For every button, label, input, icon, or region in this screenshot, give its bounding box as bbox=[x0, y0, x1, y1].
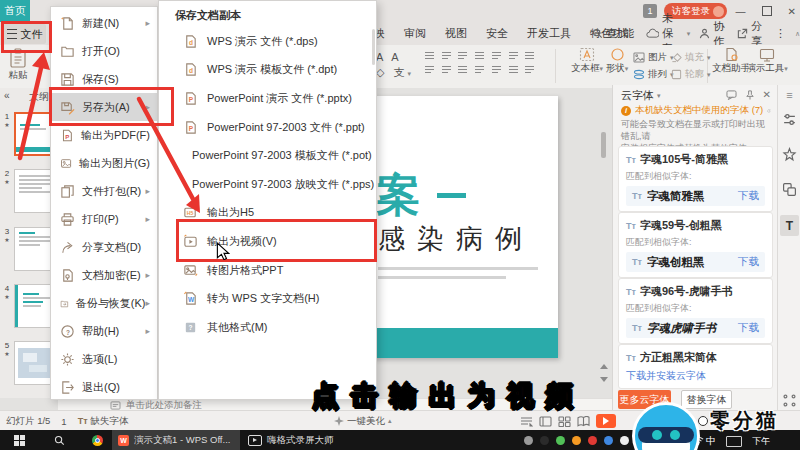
restore-button[interactable] bbox=[762, 6, 772, 16]
taskbar-recorder-task[interactable]: 嗨格式录屏大师 bbox=[248, 430, 334, 450]
tab-outline[interactable]: 大纲 bbox=[29, 90, 49, 104]
slide-thumbnail-5[interactable] bbox=[14, 341, 55, 385]
textbox-button[interactable]: 文本框▾ bbox=[570, 47, 604, 75]
notes-view-icon[interactable] bbox=[520, 416, 533, 427]
list-format-icon[interactable] bbox=[491, 64, 503, 75]
normal-view-icon[interactable] bbox=[539, 416, 552, 427]
list-format-icon[interactable] bbox=[524, 50, 536, 61]
selection-pane-icon[interactable] bbox=[782, 182, 797, 197]
list-format-icon[interactable] bbox=[441, 64, 453, 75]
download-install-link[interactable]: 下载并安装云字体 bbox=[626, 369, 765, 383]
refresh-icon[interactable] bbox=[767, 106, 771, 116]
outline-button[interactable]: 轮廓▾ bbox=[671, 68, 711, 81]
file-menu-item-file-package[interactable]: 文件打包(R)▸ bbox=[51, 177, 157, 205]
paste-button[interactable]: 粘贴 bbox=[4, 47, 32, 82]
tray-app-icon-7[interactable] bbox=[620, 436, 629, 445]
file-menu-item-backup-restore[interactable]: 备份与恢复(K)▸ bbox=[51, 289, 157, 317]
shapes-button[interactable]: 形状▾ bbox=[602, 47, 632, 75]
submenu-item-pptx[interactable]: PPowerPoint 演示 文件 (*.pptx) bbox=[159, 84, 376, 113]
file-menu-item-new[interactable]: 新建(N)▸ bbox=[51, 9, 157, 37]
list-format-icon[interactable] bbox=[424, 50, 436, 61]
apps-grid-icon[interactable] bbox=[782, 393, 797, 408]
fill-button[interactable]: 填充▾ bbox=[671, 51, 711, 64]
file-menu-item-save[interactable]: 保存(S) bbox=[51, 65, 157, 93]
minimize-button[interactable]: — bbox=[736, 6, 746, 17]
list-format-icon[interactable] bbox=[474, 64, 486, 75]
slide-sorter-icon[interactable] bbox=[558, 416, 571, 427]
reading-view-icon[interactable] bbox=[577, 416, 590, 427]
file-menu-item-save-as[interactable]: 另存为(A)▸ bbox=[51, 93, 157, 121]
cloud-fonts-tool-button[interactable]: T bbox=[780, 215, 799, 236]
collapse-ribbon-button[interactable]: ∧ bbox=[795, 30, 800, 38]
file-menu-item-encrypt-doc[interactable]: 文档加密(E)▸ bbox=[51, 261, 157, 289]
scroll-down-icon[interactable] bbox=[600, 377, 608, 382]
file-menu-item-help[interactable]: ?帮助(H)▸ bbox=[51, 317, 157, 345]
list-format-icon[interactable] bbox=[474, 50, 486, 61]
symbol-tools[interactable]: ◇ 支 bbox=[376, 66, 408, 78]
submenu-item-export-video[interactable]: 输出为视频(V) bbox=[159, 227, 376, 256]
collapse-panel-button[interactable]: « bbox=[4, 90, 10, 101]
download-font-button[interactable]: 下载 bbox=[738, 321, 759, 335]
file-menu-item-options[interactable]: 选项(L) bbox=[51, 345, 157, 373]
feedback-comment-icon[interactable] bbox=[726, 90, 737, 100]
taskbar-search-icon[interactable] bbox=[54, 435, 65, 446]
home-tab[interactable]: 首页 bbox=[0, 0, 30, 22]
more-button[interactable]: ⋮ bbox=[775, 27, 786, 40]
tray-app-icon-6[interactable] bbox=[604, 436, 613, 445]
submenu-item-to-image-ppt[interactable]: 转图片格式PPT bbox=[159, 256, 376, 285]
animation-icon[interactable] bbox=[782, 147, 797, 162]
present-tools-button[interactable]: 演示工具▾ bbox=[744, 47, 790, 75]
file-menu-item-print[interactable]: 打印(P)▸ bbox=[51, 205, 157, 233]
missing-fonts-status[interactable]: Tт 缺失字体 bbox=[78, 415, 129, 428]
submenu-item-dps[interactable]: dWPS 演示 文件 (*.dps) bbox=[159, 27, 376, 56]
slide-thumbnail-1[interactable] bbox=[14, 112, 55, 156]
list-format-icon[interactable] bbox=[508, 64, 520, 75]
list-format-icon[interactable] bbox=[491, 50, 503, 61]
object-properties-icon[interactable] bbox=[782, 112, 797, 127]
submenu-item-to-word-doc[interactable]: W转为 WPS 文字文档(H) bbox=[159, 284, 376, 313]
submenu-item-pps[interactable]: PPowerPoint 97-2003 放映文件 (*.pps) bbox=[159, 170, 376, 199]
tray-app-icon-2[interactable] bbox=[540, 436, 549, 445]
file-menu-item-share-doc[interactable]: 分享文档(D) bbox=[51, 233, 157, 261]
scroll-up-icon[interactable] bbox=[600, 364, 608, 369]
list-format-icon[interactable] bbox=[457, 64, 469, 75]
search-control[interactable]: 查找 bbox=[592, 22, 628, 45]
tray-app-icon-3[interactable] bbox=[556, 436, 565, 445]
submenu-item-export-h5[interactable]: H5输出为H5 bbox=[159, 199, 376, 228]
close-button[interactable]: ✕ bbox=[788, 6, 796, 17]
tray-app-icon-5[interactable] bbox=[588, 436, 597, 445]
slide-thumbnail-2[interactable] bbox=[14, 169, 55, 213]
list-format-icon[interactable] bbox=[508, 50, 520, 61]
chevron-down-icon[interactable]: ▾ bbox=[657, 92, 661, 100]
tray-app-icon-1[interactable] bbox=[524, 436, 533, 445]
tab-dev-tools[interactable]: 开发工具 bbox=[527, 26, 571, 41]
pin-panel-icon[interactable] bbox=[745, 90, 755, 100]
submenu-item-other-format[interactable]: ?其他格式(M) bbox=[159, 313, 376, 342]
file-menu-item-exit[interactable]: 退出(Q) bbox=[51, 373, 157, 401]
tab-security[interactable]: 安全 bbox=[486, 26, 508, 41]
submenu-item-pot[interactable]: PPowerPoint 97-2003 模板文件 (*.pot) bbox=[159, 141, 376, 170]
list-format-icon[interactable] bbox=[441, 50, 453, 61]
submenu-item-dpt[interactable]: dWPS 演示 模板文件 (*.dpt) bbox=[159, 56, 376, 85]
list-format-icon[interactable] bbox=[424, 64, 436, 75]
share-button[interactable]: 分享 bbox=[737, 19, 766, 49]
chrome-icon[interactable] bbox=[92, 435, 103, 446]
list-format-icon[interactable] bbox=[457, 50, 469, 61]
collaborate-button[interactable]: 协作 bbox=[699, 19, 728, 49]
ime-keyboard-icon[interactable] bbox=[726, 436, 742, 447]
tab-view[interactable]: 视图 bbox=[445, 26, 467, 41]
tray-app-icon-4[interactable] bbox=[572, 436, 581, 445]
slideshow-play-button[interactable] bbox=[596, 414, 616, 428]
file-menu-item-export-pdf[interactable]: P输出为PDF(F) bbox=[51, 121, 157, 149]
picture-button[interactable]: 图片▾ bbox=[633, 51, 674, 64]
font-tools[interactable]: A A ◇ 支▾ bbox=[376, 50, 414, 81]
taskbar-clock[interactable]: 下午 04:03:06 bbox=[752, 435, 800, 450]
submenu-scrollbar[interactable] bbox=[372, 29, 375, 65]
drag-handle-icon[interactable]: ≡ bbox=[782, 87, 797, 102]
one-click-beautify-button[interactable]: 一键美化 ▴ bbox=[334, 411, 392, 431]
slide-thumbnail-4[interactable] bbox=[14, 284, 55, 328]
file-menu-button[interactable]: 文件 bbox=[3, 24, 46, 44]
list-format-icon[interactable] bbox=[524, 64, 536, 75]
ime-indicator[interactable]: 中 bbox=[706, 434, 716, 448]
submenu-item-ppt[interactable]: PPowerPoint 97-2003 文件 (*.ppt) bbox=[159, 113, 376, 142]
